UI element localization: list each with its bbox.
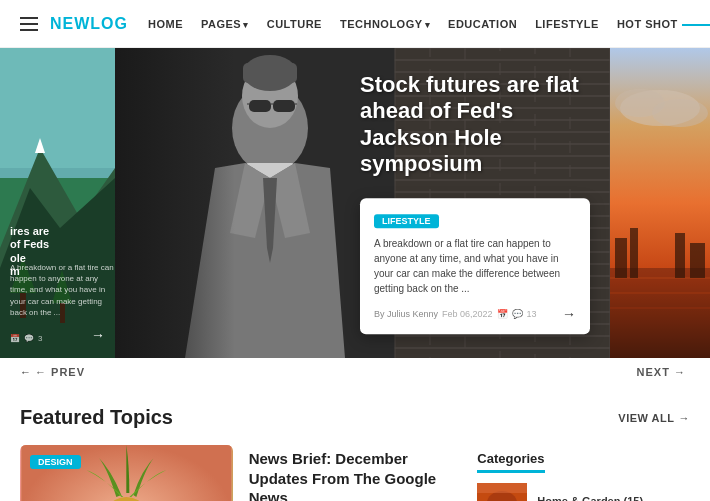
svg-rect-67 xyxy=(630,228,638,278)
nav-hotshot[interactable]: HOT SHOT xyxy=(617,18,678,30)
featured-section: Featured Topics VIEW ALL → xyxy=(0,386,710,501)
slide-main-title: Stock futures are flat ahead of Fed's Ja… xyxy=(360,72,590,178)
left-card-background: ires are of Feds ole m A breakdown or a … xyxy=(0,48,115,358)
slide-card-meta: By Julius Kenny Feb 06,2022 📅 💬 13 → xyxy=(374,306,576,322)
featured-card-1-image xyxy=(20,445,233,501)
prev-icon: ← xyxy=(20,366,31,378)
featured-grid: Design News Brief: December Updates From… xyxy=(20,445,690,501)
categories-title: Categories xyxy=(477,449,690,483)
slide-card[interactable]: Lifestyle A breakdown or a flat tire can… xyxy=(360,198,590,334)
slide-center: Stock futures are flat ahead of Fed's Ja… xyxy=(115,48,610,358)
featured-card-1[interactable]: Design xyxy=(20,445,233,501)
nav-culture[interactable]: CULTURE xyxy=(267,18,322,30)
slide-main-content: Stock futures are flat ahead of Fed's Ja… xyxy=(360,72,590,334)
nav-technology[interactable]: TECHNOLOGY xyxy=(340,18,430,30)
left-card-count: 3 xyxy=(38,334,42,343)
main-nav: HOME PAGES CULTURE TECHNOLOGY EDUCATION … xyxy=(148,18,710,30)
category-item-1[interactable]: Home & Garden (15) xyxy=(477,483,690,501)
nav-hotshot-wrapper: HOT SHOT xyxy=(617,18,710,30)
slider-navigation: ← ← PREV NEXT → xyxy=(0,358,710,386)
svg-rect-46 xyxy=(243,63,297,83)
header: NEWLOG HOME PAGES CULTURE TECHNOLOGY EDU… xyxy=(0,0,710,48)
category-label-1: Home & Garden (15) xyxy=(537,495,643,502)
next-label: NEXT → xyxy=(637,366,686,378)
slide-card-tag: Lifestyle xyxy=(374,214,439,228)
prev-label: ← PREV xyxy=(35,366,85,378)
view-all-link[interactable]: VIEW ALL → xyxy=(618,412,690,424)
featured-card-3: Categories Home & Garden (15) xyxy=(477,445,690,501)
svg-rect-2 xyxy=(0,48,115,178)
slide-left-card[interactable]: ires are of Feds ole m A breakdown or a … xyxy=(0,48,115,358)
right-slide-bg xyxy=(610,48,710,358)
featured-card-2[interactable]: News Brief: December Updates From The Go… xyxy=(249,445,462,501)
featured-title: Featured Topics xyxy=(20,406,173,429)
category-thumbnail xyxy=(477,483,527,501)
nav-active-indicator xyxy=(682,24,710,26)
arrow-right-icon: → xyxy=(679,412,691,424)
svg-rect-47 xyxy=(249,100,271,112)
date-text: Feb 06,2022 xyxy=(442,309,493,319)
featured-card-2-title: News Brief: December Updates From The Go… xyxy=(249,449,462,501)
left-card-arrow: → xyxy=(91,327,105,343)
svg-rect-68 xyxy=(675,233,685,278)
author-text: By Julius Kenny xyxy=(374,309,438,319)
nav-lifestyle[interactable]: LIFESTYLE xyxy=(535,18,599,30)
svg-rect-69 xyxy=(690,243,705,278)
comment-count: 13 xyxy=(527,309,537,319)
nav-home[interactable]: HOME xyxy=(148,18,183,30)
logo-log: LOG xyxy=(90,15,128,32)
pineapple-illustration xyxy=(20,445,233,501)
left-card-subtitle: A breakdown or a flat tire can happen to… xyxy=(10,262,115,318)
svg-rect-48 xyxy=(273,100,295,112)
featured-header: Featured Topics VIEW ALL → xyxy=(20,406,690,429)
slide-card-arrow[interactable]: → xyxy=(562,306,576,322)
featured-card-1-tag: Design xyxy=(30,455,81,469)
svg-rect-62 xyxy=(610,268,710,358)
nav-education[interactable]: EDUCATION xyxy=(448,18,517,30)
site-logo[interactable]: NEWLOG xyxy=(50,15,128,33)
svg-rect-82 xyxy=(477,483,527,493)
logo-new: NEW xyxy=(50,15,90,32)
slide-card-meta-left: By Julius Kenny Feb 06,2022 📅 💬 13 xyxy=(374,309,537,319)
svg-rect-66 xyxy=(615,238,627,278)
prev-button[interactable]: ← ← PREV xyxy=(20,366,85,378)
nav-pages[interactable]: PAGES xyxy=(201,18,249,30)
svg-point-61 xyxy=(652,99,708,127)
hero-slider: ires are of Feds ole m A breakdown or a … xyxy=(0,48,710,358)
view-all-label: VIEW ALL xyxy=(618,412,674,424)
svg-rect-57 xyxy=(115,48,235,358)
comment-icon: 💬 xyxy=(512,309,523,319)
slide-card-text: A breakdown or a flat tire can happen to… xyxy=(374,236,576,296)
category-img-1 xyxy=(477,483,527,501)
hamburger-menu[interactable] xyxy=(20,17,38,31)
calendar-icon: 📅 xyxy=(497,309,508,319)
next-button[interactable]: NEXT → xyxy=(637,366,690,378)
slide-right-card[interactable] xyxy=(610,48,710,358)
